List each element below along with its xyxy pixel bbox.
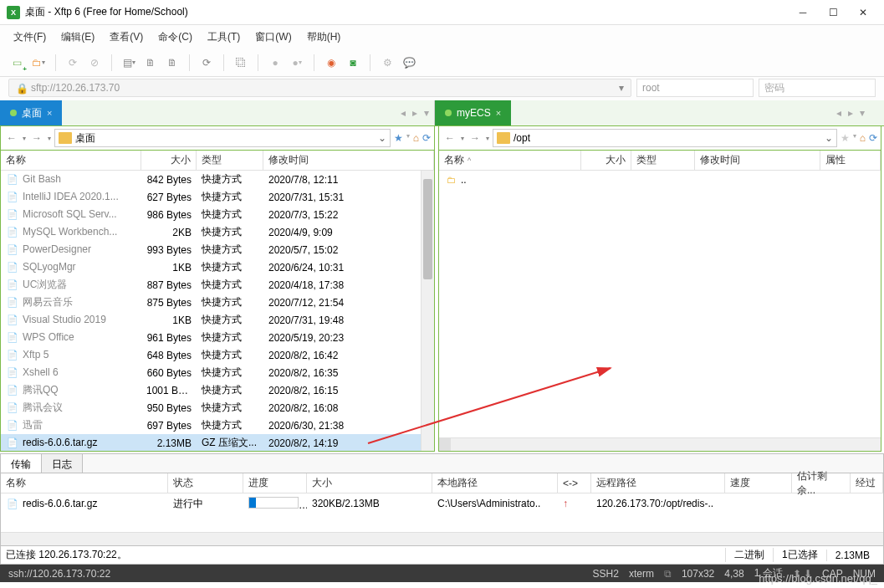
tcol-speed[interactable]: 速度 [725, 473, 792, 493]
reload-icon[interactable]: ⟳ [869, 132, 877, 144]
tab-close-icon[interactable]: × [47, 108, 52, 118]
tcol-elapsed[interactable]: 经过 [851, 473, 883, 493]
tab-remote[interactable]: myECS × [435, 100, 511, 125]
new-folder-button[interactable]: 🗎 [164, 54, 181, 71]
new-session-button[interactable]: ▭+ [8, 54, 25, 71]
file-row[interactable]: 📄Microsoft SQL Serv...986 Bytes快捷方式2020/… [1, 206, 434, 223]
tab-next-icon[interactable]: ▸ [412, 107, 417, 119]
file-icon: 📄 [6, 367, 19, 379]
scrollbar-horizontal[interactable] [439, 437, 881, 451]
tab-log[interactable]: 日志 [42, 454, 83, 473]
refresh-button[interactable]: ⟳ [198, 54, 215, 71]
tcol-arrow[interactable]: <-> [558, 473, 591, 493]
chevron-down-icon[interactable]: ⌄ [825, 132, 833, 144]
tab-menu-icon[interactable]: ▾ [860, 107, 865, 119]
address-dropdown-icon[interactable]: ▾ [619, 82, 624, 94]
bookmark-icon[interactable]: ★ [394, 132, 403, 144]
local-path-input[interactable]: 桌面 ⌄ [54, 129, 391, 147]
tcol-status[interactable]: 状态 [168, 473, 243, 493]
chat-button[interactable]: 💬 [401, 54, 417, 71]
reload-icon[interactable]: ⟳ [422, 132, 431, 144]
scrollbar-vertical[interactable] [421, 171, 434, 451]
home-icon[interactable]: ⌂ [413, 132, 419, 144]
menu-view[interactable]: 查看(V) [110, 30, 143, 44]
tcol-remotepath[interactable]: 远程路径 [591, 473, 725, 493]
view-list-button[interactable]: ▤ ▾ [120, 54, 137, 71]
bookmark-icon[interactable]: ★ [841, 132, 850, 144]
minimize-button[interactable]: ─ [797, 7, 809, 18]
file-row[interactable]: 📄SQLyogMgr1KB快捷方式2020/6/24, 10:31 [1, 258, 434, 276]
sync-button[interactable]: ◉ [323, 54, 340, 71]
open-folder-button[interactable]: 🗀 ▾ [30, 54, 47, 71]
toolbar: ▭+ 🗀 ▾ ⟳ ⊘ ▤ ▾ 🗎 🗎 ⟳ ⿻ ● ● ▾ ◉ ◙ ⚙ 💬 [0, 49, 884, 77]
file-row[interactable]: 📄redis-6.0.6.tar.gz2.13MBGZ 压缩文...2020/8… [1, 434, 434, 451]
menu-help[interactable]: 帮助(H) [307, 30, 341, 44]
statusbar: 已连接 120.26.173.70:22。 二进制 1已选择 2.13MB [0, 546, 884, 565]
file-row[interactable]: 📄腾讯会议950 Bytes快捷方式2020/8/2, 16:08 [1, 399, 434, 417]
file-row[interactable]: 📄Visual Studio 20191KB快捷方式2020/7/31, 19:… [1, 311, 434, 329]
col-attr[interactable]: 属性 [820, 151, 881, 170]
local-file-list[interactable]: 📄Git Bash842 Bytes快捷方式2020/7/8, 12:11📄In… [1, 171, 434, 451]
close-button[interactable]: ✕ [857, 7, 869, 18]
tcol-name[interactable]: 名称 [1, 473, 168, 493]
col-modified[interactable]: 修改时间 [263, 151, 434, 170]
home-icon[interactable]: ⌂ [860, 132, 866, 144]
menu-command[interactable]: 命令(C) [158, 30, 192, 44]
file-row[interactable]: 📄迅雷697 Bytes快捷方式2020/6/30, 21:38 [1, 417, 434, 434]
tab-close-icon[interactable]: × [496, 108, 501, 118]
file-row[interactable]: 📄UC浏览器887 Bytes快捷方式2020/4/18, 17:38 [1, 276, 434, 294]
file-row[interactable]: 📄Git Bash842 Bytes快捷方式2020/7/8, 12:11 [1, 171, 434, 188]
tcol-localpath[interactable]: 本地路径 [432, 473, 558, 493]
copy-button[interactable]: ⿻ [232, 54, 249, 71]
password-field[interactable]: 密码 [759, 79, 876, 97]
settings-button[interactable]: ⚙ [379, 54, 396, 71]
nav-forward-button[interactable]: → [29, 130, 44, 146]
remote-file-list[interactable]: 🗀.. [439, 171, 881, 437]
maximize-button[interactable]: ☐ [827, 7, 839, 18]
nav-back-button[interactable]: ← [4, 130, 19, 146]
xshell-button[interactable]: ◙ [345, 54, 361, 71]
menu-edit[interactable]: 编辑(E) [61, 30, 95, 44]
col-type[interactable]: 类型 [197, 151, 263, 170]
tcol-size[interactable]: 大小 [307, 473, 432, 493]
tab-prev-icon[interactable]: ◂ [836, 107, 841, 119]
menu-file[interactable]: 文件(F) [13, 30, 46, 44]
stop-all-button[interactable]: ● ▾ [289, 54, 305, 71]
transfer-row[interactable]: 📄redis-6.0.6.tar.gz 进行中 14% 320KB/2.13MB… [1, 493, 883, 512]
tab-transfer[interactable]: 传输 [1, 454, 42, 473]
tcol-eta[interactable]: 估计剩余... [792, 473, 851, 493]
file-row[interactable]: 📄Xshell 6660 Bytes快捷方式2020/8/2, 16:35 [1, 364, 434, 381]
chevron-down-icon[interactable]: ⌄ [378, 132, 386, 144]
tab-local[interactable]: 桌面 × [0, 100, 62, 125]
file-row[interactable]: 📄WPS Office961 Bytes快捷方式2020/5/19, 20:23 [1, 329, 434, 346]
disconnect-button[interactable]: ⊘ [86, 54, 103, 71]
col-name[interactable]: 名称 ^ [439, 151, 581, 170]
file-row[interactable]: 📄MySQL Workbench...2KB快捷方式2020/4/9, 9:09 [1, 223, 434, 241]
nav-forward-button[interactable]: → [468, 130, 483, 146]
tab-menu-icon[interactable]: ▾ [424, 107, 429, 119]
menu-tools[interactable]: 工具(T) [207, 30, 240, 44]
file-row[interactable]: 📄IntelliJ IDEA 2020.1...627 Bytes快捷方式202… [1, 188, 434, 206]
file-row[interactable]: 📄腾讯QQ1001 Byt...快捷方式2020/8/2, 16:15 [1, 381, 434, 399]
username-field[interactable]: root [636, 79, 754, 97]
tab-prev-icon[interactable]: ◂ [401, 107, 406, 119]
tab-next-icon[interactable]: ▸ [848, 107, 853, 119]
file-row[interactable]: 📄PowerDesigner993 Bytes快捷方式2020/5/7, 15:… [1, 241, 434, 258]
address-bar[interactable]: 🔒 sftp://120.26.173.70 ▾ [8, 79, 631, 97]
menu-window[interactable]: 窗口(W) [255, 30, 291, 44]
nav-back-button[interactable]: ← [442, 130, 457, 146]
col-size[interactable]: 大小 [141, 151, 197, 170]
col-name[interactable]: 名称 [1, 151, 141, 170]
stop-button[interactable]: ● [267, 54, 284, 71]
scrollbar-horizontal[interactable] [1, 532, 883, 545]
file-row[interactable]: 📄Xftp 5648 Bytes快捷方式2020/8/2, 16:42 [1, 346, 434, 364]
file-row[interactable]: 🗀.. [439, 171, 881, 188]
col-type[interactable]: 类型 [631, 151, 695, 170]
new-file-button[interactable]: 🗎 [142, 54, 159, 71]
reconnect-button[interactable]: ⟳ [64, 54, 81, 71]
remote-path-input[interactable]: /opt ⌄ [493, 129, 837, 147]
file-row[interactable]: 📄网易云音乐875 Bytes快捷方式2020/7/12, 21:54 [1, 294, 434, 311]
col-modified[interactable]: 修改时间 [695, 151, 820, 170]
tcol-progress[interactable]: 进度 [243, 473, 307, 493]
col-size[interactable]: 大小 [581, 151, 631, 170]
